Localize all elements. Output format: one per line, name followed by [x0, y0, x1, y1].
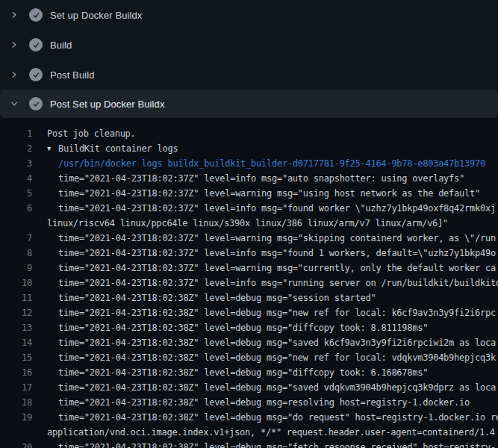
log-row: 10time="2021-04-23T18:02:37Z" level=info…	[0, 276, 498, 290]
line-number[interactable]: 5	[0, 186, 32, 201]
line-number[interactable]: 7	[0, 231, 32, 246]
line-number[interactable]: 19	[0, 410, 32, 425]
chevron-right-icon	[9, 10, 19, 20]
log-text: time="2021-04-23T18:02:38Z" level=debug …	[58, 350, 496, 365]
log-row: 3/usr/bin/docker logs buildx_buildkit_bu…	[0, 156, 498, 171]
steps-list: Set up Docker Buildx Build Post Build Po…	[0, 0, 498, 118]
log-group-toggle[interactable]: ▼BuildKit container logs	[47, 141, 178, 156]
line-number[interactable]: 13	[0, 320, 32, 335]
step-label: Post Set up Docker Buildx	[50, 99, 165, 110]
line-number[interactable]: 16	[0, 365, 32, 380]
line-number[interactable]: 3	[0, 156, 32, 171]
line-number[interactable]: 14	[0, 335, 32, 350]
line-number[interactable]: 10	[0, 276, 32, 290]
log-text: time="2021-04-23T18:02:37Z" level=warnin…	[58, 231, 496, 246]
line-number[interactable]: 20	[0, 440, 32, 448]
log-row: 13time="2021-04-23T18:02:38Z" level=debu…	[0, 320, 498, 335]
log-row: application/vnd.oci.image.index.v1+json,…	[0, 425, 498, 440]
log-text: time="2021-04-23T18:02:38Z" level=debug …	[58, 395, 470, 410]
line-number[interactable]: 11	[0, 290, 32, 305]
log-text: time="2021-04-23T18:02:37Z" level=info m…	[58, 276, 498, 290]
line-number[interactable]: 2	[0, 141, 32, 156]
step-row-setup-docker-buildx[interactable]: Set up Docker Buildx	[0, 0, 498, 30]
line-number	[0, 425, 32, 440]
success-check-icon	[29, 8, 43, 22]
log-row: 9time="2021-04-23T18:02:37Z" level=warni…	[0, 261, 498, 276]
log-text: time="2021-04-23T18:02:38Z" level=debug …	[58, 440, 496, 448]
log-row: 19time="2021-04-23T18:02:38Z" level=debu…	[0, 410, 498, 425]
line-number[interactable]: 18	[0, 395, 32, 410]
log-row: 15time="2021-04-23T18:02:38Z" level=debu…	[0, 350, 498, 365]
log-text: time="2021-04-23T18:02:37Z" level=info m…	[58, 201, 496, 216]
log-command-text: /usr/bin/docker logs buildx_buildkit_bui…	[58, 156, 485, 171]
log-row: 12time="2021-04-23T18:02:38Z" level=debu…	[0, 305, 498, 320]
step-label: Post Build	[50, 69, 95, 81]
log-row: 18time="2021-04-23T18:02:38Z" level=debu…	[0, 395, 498, 410]
log-text: time="2021-04-23T18:02:37Z" level=warnin…	[58, 186, 480, 201]
log-text: time="2021-04-23T18:02:37Z" level=info m…	[58, 246, 496, 261]
log-row: 2▼BuildKit container logs	[0, 141, 498, 156]
line-number[interactable]: 1	[0, 126, 32, 141]
log-row: 1Post job cleanup.	[0, 126, 498, 141]
log-text: time="2021-04-23T18:02:38Z" level=debug …	[58, 335, 496, 350]
line-number[interactable]: 9	[0, 261, 32, 276]
log-text: time="2021-04-23T18:02:38Z" level=debug …	[58, 320, 428, 335]
step-label: Set up Docker Buildx	[50, 10, 142, 21]
log-row: 8time="2021-04-23T18:02:37Z" level=info …	[0, 246, 498, 261]
log-console: 1Post job cleanup.2▼BuildKit container l…	[0, 118, 498, 448]
log-row: linux/riscv64 linux/ppc64le linux/s390x …	[0, 216, 498, 231]
line-number[interactable]: 8	[0, 246, 32, 261]
success-check-icon	[29, 38, 43, 52]
log-text: time="2021-04-23T18:02:38Z" level=debug …	[58, 410, 498, 425]
log-text: time="2021-04-23T18:02:37Z" level=warnin…	[58, 261, 496, 276]
log-text: time="2021-04-23T18:02:38Z" level=debug …	[58, 365, 428, 380]
success-check-icon	[29, 97, 43, 111]
step-row-post-setup-docker-buildx[interactable]: Post Set up Docker Buildx	[0, 90, 498, 118]
line-number[interactable]: 4	[0, 171, 32, 186]
log-row: 6time="2021-04-23T18:02:37Z" level=info …	[0, 201, 498, 216]
log-row: 4time="2021-04-23T18:02:37Z" level=info …	[0, 171, 498, 186]
line-number[interactable]: 12	[0, 305, 32, 320]
log-text: time="2021-04-23T18:02:37Z" level=info m…	[58, 171, 464, 186]
log-text: application/vnd.oci.image.index.v1+json,…	[47, 425, 495, 440]
log-row: 11time="2021-04-23T18:02:38Z" level=debu…	[0, 290, 498, 305]
line-number[interactable]: 17	[0, 380, 32, 395]
line-number	[0, 216, 32, 231]
log-text: time="2021-04-23T18:02:38Z" level=debug …	[58, 290, 376, 305]
step-row-post-build[interactable]: Post Build	[0, 60, 498, 90]
log-row: 7time="2021-04-23T18:02:37Z" level=warni…	[0, 231, 498, 246]
log-row: 16time="2021-04-23T18:02:38Z" level=debu…	[0, 365, 498, 380]
log-row: 20time="2021-04-23T18:02:38Z" level=debu…	[0, 440, 498, 448]
success-check-icon	[29, 68, 43, 81]
line-number[interactable]: 15	[0, 350, 32, 365]
log-row: 17time="2021-04-23T18:02:38Z" level=debu…	[0, 380, 498, 395]
log-row: 5time="2021-04-23T18:02:37Z" level=warni…	[0, 186, 498, 201]
log-text: time="2021-04-23T18:02:38Z" level=debug …	[58, 380, 496, 395]
line-number[interactable]: 6	[0, 201, 32, 216]
chevron-right-icon	[9, 40, 19, 50]
log-group-label: BuildKit container logs	[58, 143, 178, 154]
group-collapse-icon[interactable]: ▼	[47, 141, 58, 156]
step-label: Build	[50, 40, 72, 51]
log-text: Post job cleanup.	[47, 126, 136, 141]
log-text: time="2021-04-23T18:02:38Z" level=debug …	[58, 305, 496, 320]
chevron-down-icon	[9, 99, 19, 109]
log-rows: 1Post job cleanup.2▼BuildKit container l…	[0, 126, 498, 448]
log-row: 14time="2021-04-23T18:02:38Z" level=debu…	[0, 335, 498, 350]
step-row-build[interactable]: Build	[0, 30, 498, 60]
chevron-right-icon	[9, 69, 19, 80]
log-text: linux/riscv64 linux/ppc64le linux/s390x …	[47, 216, 448, 231]
